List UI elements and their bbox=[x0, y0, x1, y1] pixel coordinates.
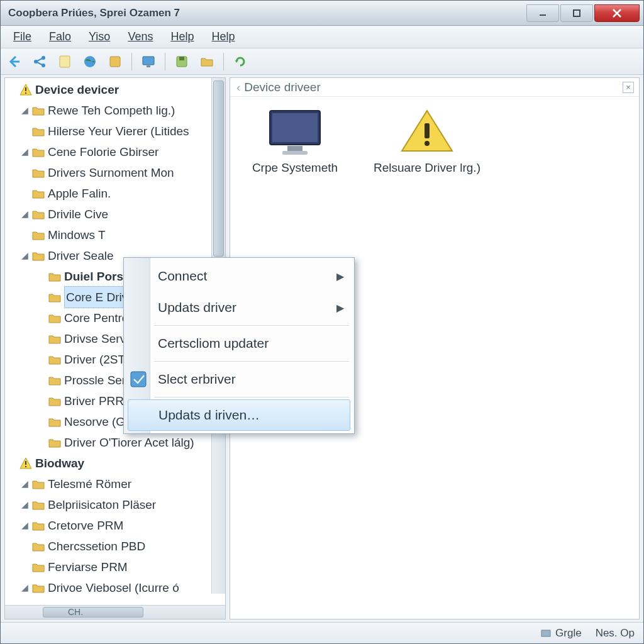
svg-rect-16 bbox=[25, 461, 26, 465]
hscroll-label: CH. bbox=[68, 607, 83, 617]
menu-yiso[interactable]: Yiso bbox=[81, 28, 118, 46]
svg-rect-25 bbox=[541, 630, 550, 636]
tree-item-label: Apple Falin. bbox=[48, 183, 111, 204]
folder-icon bbox=[48, 291, 62, 304]
context-menu-label: Updats d iriven… bbox=[158, 408, 260, 423]
context-menu-item[interactable]: Updats driver▶ bbox=[125, 292, 353, 323]
tool-monitor-icon[interactable] bbox=[138, 52, 158, 72]
tree-item[interactable]: Driver O'Tiorer Acet lálg) bbox=[5, 432, 225, 453]
toolbar bbox=[1, 48, 643, 75]
tree-item[interactable]: Drivers Surnoment Mon bbox=[5, 162, 225, 183]
context-menu-item[interactable]: Slect erbriver bbox=[125, 364, 353, 395]
tree-item-label: Chercssetion PBD bbox=[48, 536, 145, 557]
tool-tag-icon[interactable] bbox=[105, 52, 125, 72]
svg-rect-15 bbox=[25, 92, 26, 94]
menu-help2[interactable]: Help bbox=[204, 28, 242, 46]
tool-share-icon[interactable] bbox=[30, 52, 50, 72]
details-title: Device driveer bbox=[244, 80, 320, 94]
context-menu-item[interactable]: Updats d iriven… bbox=[128, 399, 350, 431]
menu-file[interactable]: File bbox=[6, 28, 39, 46]
tree-item[interactable]: ◢Drivoe Viebosel (Icurre ó bbox=[5, 577, 225, 598]
close-button[interactable] bbox=[594, 4, 640, 22]
tool-globe-icon[interactable] bbox=[80, 52, 100, 72]
svg-rect-24 bbox=[131, 372, 146, 387]
details-item-warning[interactable]: Relsuare Driver lrg.) bbox=[374, 107, 480, 175]
tool-folder-icon[interactable] bbox=[197, 52, 217, 72]
tree-item[interactable]: ◢Drivile Cive bbox=[5, 204, 225, 225]
details-item-label: Crpe Systemeth bbox=[252, 161, 338, 175]
folder-icon bbox=[31, 228, 45, 242]
tree-root-biodway[interactable]: Biodway bbox=[5, 453, 225, 474]
hscroll-thumb[interactable] bbox=[43, 607, 143, 618]
tree-root-device[interactable]: Device devicer bbox=[5, 79, 225, 100]
warning-icon bbox=[397, 107, 457, 156]
expander-icon[interactable]: ◢ bbox=[19, 142, 30, 162]
tool-note-icon[interactable] bbox=[55, 52, 75, 72]
tree-item[interactable]: ◢Belpriisicaton Pläser bbox=[5, 494, 225, 515]
expander-icon[interactable]: ◢ bbox=[19, 474, 30, 494]
folder-icon bbox=[48, 436, 62, 450]
toolbar-separator bbox=[165, 53, 165, 70]
tree-item-label: Drivse Serv bbox=[64, 328, 126, 349]
folder-icon bbox=[48, 394, 62, 408]
folder-icon bbox=[31, 498, 45, 512]
tree-item[interactable]: Ferviarse PRM bbox=[5, 557, 225, 577]
title-bar: Coopbera Priúes, Sprei Ozamen 7 bbox=[1, 1, 643, 26]
menu-vens[interactable]: Vens bbox=[120, 28, 160, 46]
breadcrumb-sep: ‹ bbox=[236, 80, 240, 94]
tree-item[interactable]: ◢Rewe Teh Competh lig.) bbox=[5, 100, 225, 121]
status-bar: Grgle Nes. Op bbox=[1, 622, 643, 643]
tree-hscrollbar[interactable]: CH. bbox=[5, 605, 225, 619]
content-area: Device devicer ◢Rewe Teh Competh lig.)Hi… bbox=[1, 75, 643, 622]
menu-help1[interactable]: Help bbox=[163, 28, 201, 46]
window-buttons bbox=[525, 4, 640, 22]
warning-icon bbox=[19, 83, 33, 97]
folder-icon bbox=[48, 270, 62, 284]
minimize-button[interactable] bbox=[526, 4, 559, 22]
tree-item[interactable]: ◢Telesmé Römer bbox=[5, 474, 225, 494]
menu-falo[interactable]: Falo bbox=[42, 28, 79, 46]
folder-icon bbox=[31, 166, 45, 180]
details-item-computer[interactable]: Crpe Systemeth bbox=[242, 107, 348, 175]
svg-rect-22 bbox=[425, 123, 430, 138]
tree-item-label: Telesmé Römer bbox=[48, 474, 131, 494]
svg-rect-11 bbox=[147, 65, 150, 67]
expander-icon[interactable]: ◢ bbox=[19, 494, 30, 515]
expander-icon[interactable]: ◢ bbox=[19, 100, 30, 121]
tree-item-label: Driver (2ST bbox=[64, 349, 125, 370]
svg-rect-19 bbox=[272, 113, 318, 142]
status-icon bbox=[540, 628, 552, 639]
context-menu-item[interactable]: Connect▶ bbox=[125, 260, 353, 292]
pane-close-button[interactable]: × bbox=[623, 82, 634, 93]
maximize-button[interactable] bbox=[560, 4, 593, 22]
expander-icon[interactable]: ◢ bbox=[19, 515, 30, 536]
tree-item[interactable]: Apple Falin. bbox=[5, 183, 225, 204]
tree-item-label: Cretorve PRM bbox=[48, 515, 123, 536]
svg-rect-14 bbox=[25, 87, 26, 91]
tree-item[interactable]: Hilerse Yeur Vierer (Litides bbox=[5, 121, 225, 142]
tool-disk-icon[interactable] bbox=[172, 52, 192, 72]
action-icon bbox=[129, 370, 148, 389]
expander-icon[interactable]: ◢ bbox=[19, 204, 30, 225]
expander-icon[interactable]: ◢ bbox=[19, 245, 30, 266]
folder-icon bbox=[31, 540, 45, 553]
tree-item-label: Core Pentro bbox=[64, 308, 128, 328]
svg-rect-21 bbox=[282, 151, 308, 155]
folder-icon bbox=[31, 104, 45, 118]
tree-item-label: Mindows T bbox=[48, 225, 106, 245]
tree-item[interactable]: Mindows T bbox=[5, 225, 225, 245]
tree-item[interactable]: Chercssetion PBD bbox=[5, 536, 225, 557]
expander-icon[interactable]: ◢ bbox=[19, 577, 30, 598]
tree-item[interactable]: ◢Cene Folorie Gbirser bbox=[5, 142, 225, 162]
folder-icon bbox=[48, 311, 62, 325]
context-menu-separator bbox=[154, 361, 349, 362]
vscroll-thumb[interactable] bbox=[213, 80, 224, 257]
tool-back-icon[interactable] bbox=[4, 52, 25, 72]
folder-icon bbox=[48, 415, 62, 429]
tool-refresh-icon[interactable] bbox=[230, 52, 250, 72]
context-menu-item[interactable]: Certscliom updater bbox=[125, 328, 353, 359]
submenu-arrow-icon: ▶ bbox=[336, 270, 344, 282]
submenu-arrow-icon: ▶ bbox=[336, 302, 344, 314]
context-menu: Connect▶Updats driver▶Certscliom updater… bbox=[123, 257, 355, 434]
tree-item[interactable]: ◢Cretorve PRM bbox=[5, 515, 225, 536]
